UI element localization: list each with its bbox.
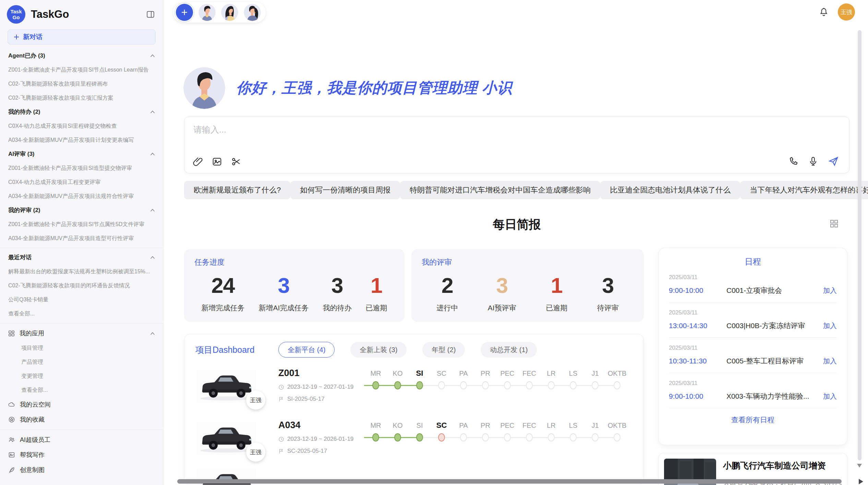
my-review-card: 我的评审 2 进行中 3 AI预评审 1 已逾期 3 待评审 bbox=[411, 249, 644, 322]
project-thumbnail: 王强 bbox=[197, 420, 256, 457]
tab-new-platform[interactable]: 全新平台 (4) bbox=[278, 342, 335, 358]
panel-toggle-icon bbox=[146, 10, 155, 19]
sidebar-item[interactable]: Z001-全新燃油轻卡产品开发项目SI造型提交物评审 bbox=[0, 161, 163, 175]
logo-line1: Task bbox=[10, 9, 22, 14]
briefing-layout-button[interactable] bbox=[829, 219, 839, 229]
vertical-scrollbar[interactable] bbox=[858, 30, 861, 460]
scroll-right-arrow-icon[interactable] bbox=[859, 479, 863, 484]
agent-avatar-3[interactable] bbox=[244, 4, 261, 21]
sidebar-item[interactable]: C0X4-动力总成开发项目SI里程碑提交物检查 bbox=[0, 119, 163, 133]
suggestion-chip[interactable]: 欧洲新规最近颁布了什么? bbox=[184, 181, 290, 199]
insert-image-button[interactable] bbox=[212, 157, 222, 167]
sidebar-item[interactable]: Z001-全新燃油轻卡产品开发项目SI节点属性5D文件评审 bbox=[0, 217, 163, 231]
add-agent-button[interactable] bbox=[176, 4, 193, 21]
send-button[interactable] bbox=[828, 156, 839, 167]
topbar-right: 王强 bbox=[819, 3, 855, 21]
stat-label: 已逾期 bbox=[365, 303, 387, 313]
scroll-down-arrow-icon[interactable] bbox=[857, 464, 862, 468]
recent-chat-item[interactable]: C02-飞腾新能源轻客改款项目的闭环通告反馈情况 bbox=[0, 278, 163, 293]
sidebar-item[interactable]: C0X4-动力总成开发项目工程变更评审 bbox=[0, 175, 163, 189]
suggestion-chip[interactable]: 比亚迪全固态电池计划具体说了什么 bbox=[600, 181, 740, 199]
agent-avatar-2[interactable] bbox=[221, 4, 238, 21]
sidebar-my-favorites[interactable]: 我的收藏 bbox=[0, 412, 163, 427]
sidebar-my-apps[interactable]: 我的应用 bbox=[0, 326, 163, 341]
app-item-change-mgmt[interactable]: 变更管理 bbox=[0, 369, 163, 383]
attach-file-button[interactable] bbox=[193, 157, 203, 167]
sidebar-group-my-review[interactable]: 我的评审 (2) bbox=[0, 203, 163, 217]
microphone-button[interactable] bbox=[808, 156, 818, 166]
milestone-dot bbox=[460, 433, 467, 442]
horizontal-scrollbar-thumb[interactable] bbox=[177, 479, 842, 484]
event-name: X003-车辆动力学性能验... bbox=[726, 391, 818, 401]
sidebar-item[interactable]: C02-飞腾新能源轻客改款项目立项汇报方案 bbox=[0, 91, 163, 105]
milestone-dot bbox=[570, 433, 577, 442]
milestone: SI bbox=[409, 368, 431, 389]
sidebar-item[interactable]: A034-全新新能源MUV产品开发项目造型可行性评审 bbox=[0, 231, 163, 245]
sidebar-item[interactable]: A034-全新新能源MUV产品开发项目法规符合性评审 bbox=[0, 189, 163, 203]
stat-value: 3 bbox=[597, 273, 619, 298]
sidebar-item[interactable]: Z001-全新燃油皮卡产品开发项目SI节点Lesson Learn报告 bbox=[0, 63, 163, 77]
event-time: 9:00-10:00 bbox=[669, 392, 726, 400]
sidebar-item[interactable]: A034-全新新能源MUV产品开发项目计划变更表编写 bbox=[0, 133, 163, 147]
chat-composer bbox=[184, 116, 849, 173]
suggestion-chip[interactable]: 当下年轻人对汽车外观有怎样的喜好趋势 bbox=[740, 181, 868, 199]
suggestion-chip[interactable]: 如何写一份清晰的项目周报 bbox=[290, 181, 400, 199]
app-item-product-mgmt[interactable]: 产品管理 bbox=[0, 355, 163, 369]
stat-new-ai-completed: 3 新增AI完成任务 bbox=[259, 273, 309, 313]
milestone: PEC bbox=[496, 420, 518, 442]
screenshot-cut-button[interactable] bbox=[231, 157, 241, 167]
project-row-z001[interactable]: 王强 Z001 2023-12-19 ~ 2027-01-19 SI-2025-… bbox=[195, 358, 634, 410]
project-thumbnail: 王强 bbox=[197, 368, 256, 405]
milestone-dot bbox=[504, 381, 511, 389]
apps-view-all[interactable]: 查看全部... bbox=[0, 383, 163, 397]
tab-model-year[interactable]: 年型 (2) bbox=[422, 342, 465, 358]
sidebar-group-recent-chats[interactable]: 最近对话 bbox=[0, 250, 163, 264]
sidebar-group-my-todo[interactable]: 我的待办 (2) bbox=[0, 105, 163, 119]
milestone: PR bbox=[474, 368, 496, 389]
recent-chat-item[interactable]: 解释最新出台的欧盟报废车法规再生塑料比例被调至15%... bbox=[0, 264, 163, 278]
view-all-schedule-link[interactable]: 查看所有日程 bbox=[669, 415, 837, 425]
grid-layout-icon bbox=[829, 219, 839, 229]
apps-grid-icon bbox=[8, 330, 15, 337]
taskgo-app: Task Go TaskGo 新对话 Agent已办 (3) Z001-全新燃油… bbox=[0, 0, 868, 485]
join-meeting-link[interactable]: 加入 bbox=[823, 392, 837, 401]
voice-call-button[interactable] bbox=[788, 156, 798, 166]
app-item-project-mgmt[interactable]: 项目管理 bbox=[0, 341, 163, 355]
stat-overdue: 1 已逾期 bbox=[365, 273, 387, 313]
suggestion-chip[interactable]: 特朗普可能对进口汽车增税会对中国车企造成哪些影响 bbox=[400, 181, 600, 199]
event-time: 10:30-11:30 bbox=[669, 357, 726, 365]
notifications-button[interactable] bbox=[819, 7, 829, 17]
sidebar-help-me-write[interactable]: 帮我写作 bbox=[0, 447, 163, 462]
tab-new-upfit[interactable]: 全新上装 (3) bbox=[350, 342, 407, 358]
sidebar-group-agent-done[interactable]: Agent已办 (3) bbox=[0, 49, 163, 63]
new-chat-button[interactable]: 新对话 bbox=[8, 29, 156, 45]
sidebar-creative-drawing[interactable]: 创意制图 bbox=[0, 462, 163, 477]
sidebar-collapse-button[interactable] bbox=[145, 9, 156, 20]
event-name: C005-整车工程目标评审 bbox=[726, 356, 818, 366]
sidebar-item[interactable]: C02-飞腾新能源轻客改款项目里程碑画布 bbox=[0, 77, 163, 91]
event-divider bbox=[669, 302, 837, 302]
avatar-woman2-icon bbox=[244, 4, 261, 21]
chat-input[interactable] bbox=[193, 124, 674, 135]
greeting-text: 你好，王强，我是你的项目管理助理 小识 bbox=[236, 78, 512, 98]
sidebar-my-cloud[interactable]: 我的云空间 bbox=[0, 397, 163, 412]
user-avatar[interactable]: 王强 bbox=[838, 3, 855, 21]
tab-powertrain-dev[interactable]: 动总开发 (1) bbox=[481, 342, 537, 358]
agent-avatar-1[interactable] bbox=[198, 4, 216, 21]
flag-label: SI-2025-05-17 bbox=[287, 396, 325, 402]
join-meeting-link[interactable]: 加入 bbox=[823, 286, 837, 295]
help-me-write-label: 帮我写作 bbox=[20, 451, 45, 459]
join-meeting-link[interactable]: 加入 bbox=[823, 357, 837, 366]
project-row-a034[interactable]: 王强 A034 2023-12-19 ~ 2026-01-19 SC-2025-… bbox=[195, 410, 634, 462]
horizontal-scrollbar[interactable] bbox=[173, 478, 868, 485]
join-meeting-link[interactable]: 加入 bbox=[823, 321, 837, 331]
milestone-dot bbox=[394, 433, 401, 442]
recent-chat-item[interactable]: 公司Q3轻卡销量 bbox=[0, 293, 163, 307]
milestone: KO bbox=[387, 368, 409, 389]
cloud-icon bbox=[8, 401, 15, 408]
sidebar-group-ai-review[interactable]: AI评审 (3) bbox=[0, 147, 163, 161]
chevron-up-icon bbox=[150, 54, 155, 57]
recent-chats-view-all[interactable]: 查看全部... bbox=[0, 307, 163, 321]
sidebar-ai-super-staff[interactable]: AI超级员工 bbox=[0, 432, 163, 447]
milestone-dot bbox=[592, 433, 599, 442]
